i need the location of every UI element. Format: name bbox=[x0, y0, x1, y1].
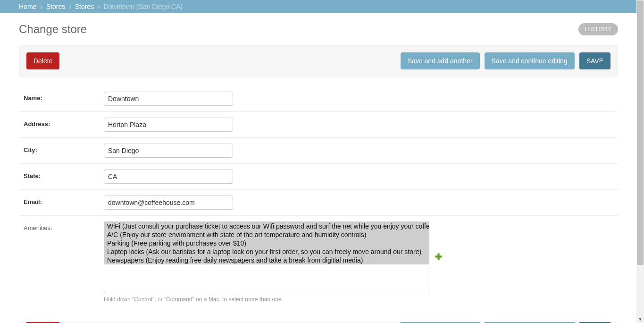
amenity-option[interactable]: Newspapers (Enjoy reading free daily new… bbox=[104, 256, 429, 264]
label-city: City: bbox=[24, 144, 104, 153]
breadcrumb: Home › Stores › Stores › Downtown (San D… bbox=[0, 0, 637, 13]
city-input[interactable] bbox=[104, 144, 233, 158]
save-button[interactable]: SAVE bbox=[579, 52, 611, 69]
amenity-option[interactable]: A/C (Enjoy our store environment with st… bbox=[104, 230, 429, 239]
amenity-option[interactable]: Laptop locks (Ask our baristas for a lap… bbox=[104, 247, 429, 256]
form-row-state: State: bbox=[19, 164, 618, 190]
amenities-select[interactable]: WiFi (Just consult your purchase ticket … bbox=[104, 221, 429, 292]
form-row-city: City: bbox=[19, 138, 618, 164]
state-input[interactable] bbox=[104, 170, 233, 184]
action-bar-top: Delete Save and add another Save and con… bbox=[19, 45, 618, 76]
breadcrumb-home[interactable]: Home bbox=[19, 3, 36, 10]
breadcrumb-sep: › bbox=[40, 3, 42, 10]
form-row-amenities: Amenities: WiFi (Just consult your purch… bbox=[19, 216, 618, 312]
form-row-address: Address: bbox=[19, 112, 618, 138]
label-name: Name: bbox=[24, 92, 104, 102]
label-address: Address: bbox=[24, 118, 104, 128]
name-input[interactable] bbox=[104, 92, 233, 106]
page-title: Change store bbox=[19, 23, 87, 36]
label-amenities: Amenities: bbox=[24, 221, 104, 231]
label-email: Email: bbox=[24, 196, 104, 205]
save-continue-button[interactable]: Save and continue editing bbox=[485, 52, 575, 69]
breadcrumb-current: Downtown (San Diego,CA) bbox=[104, 3, 183, 10]
breadcrumb-stores2[interactable]: Stores bbox=[75, 3, 94, 10]
breadcrumb-stores1[interactable]: Stores bbox=[46, 3, 65, 10]
address-input[interactable] bbox=[104, 118, 233, 132]
add-related-icon[interactable]: ✚ bbox=[435, 252, 442, 262]
history-button[interactable]: HISTORY bbox=[578, 23, 618, 35]
breadcrumb-sep: › bbox=[98, 3, 100, 10]
email-input[interactable] bbox=[104, 196, 233, 210]
breadcrumb-sep: › bbox=[69, 3, 71, 10]
vertical-scrollbar[interactable]: ▲ ▼ bbox=[636, 0, 644, 323]
save-add-another-button[interactable]: Save and add another bbox=[401, 52, 480, 69]
form-row-name: Name: bbox=[19, 86, 618, 112]
amenities-help-text: Hold down "Control", or "Command" on a M… bbox=[104, 296, 442, 303]
amenity-option[interactable]: WiFi (Just consult your purchase ticket … bbox=[104, 222, 429, 230]
form-row-email: Email: bbox=[19, 190, 618, 216]
amenity-option[interactable]: Parking (Free parking with purchases ove… bbox=[104, 239, 429, 247]
scroll-down-arrow[interactable]: ▼ bbox=[636, 315, 644, 323]
delete-button[interactable]: Delete bbox=[26, 52, 59, 69]
scrollbar-thumb[interactable] bbox=[637, 0, 644, 265]
label-state: State: bbox=[24, 170, 104, 179]
